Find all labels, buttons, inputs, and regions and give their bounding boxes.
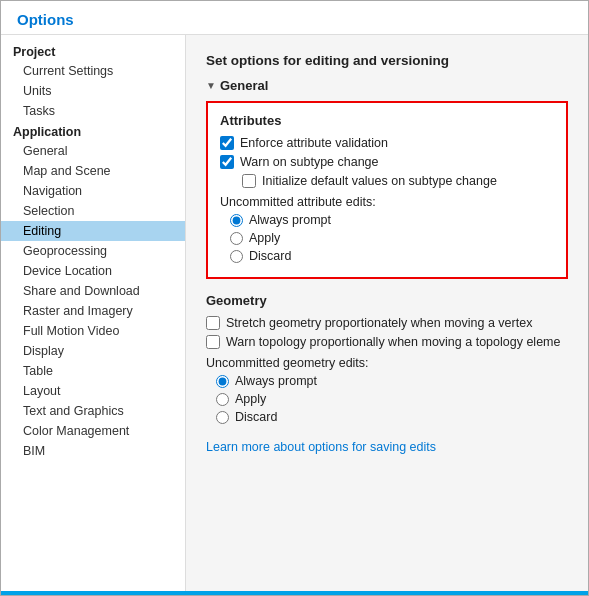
content-area: Project Current Settings Units Tasks App… [1,35,588,591]
checkbox-enforce-validation: Enforce attribute validation [220,136,554,150]
sidebar-group-application: Application [1,121,185,141]
geometry-section: Geometry Stretch geometry proportionatel… [206,293,568,424]
title-bar: Options [1,1,588,35]
geom-always-prompt-radio[interactable] [216,375,229,388]
learn-more-link[interactable]: Learn more about options for saving edit… [206,440,436,454]
sidebar-item-raster-and-imagery[interactable]: Raster and Imagery [1,301,185,321]
sidebar-item-editing[interactable]: Editing [1,221,185,241]
attributes-title: Attributes [220,113,554,128]
sidebar-item-current-settings[interactable]: Current Settings [1,61,185,81]
initialize-defaults-label: Initialize default values on subtype cha… [262,174,497,188]
enforce-validation-label: Enforce attribute validation [240,136,388,150]
uncommitted-geom-label: Uncommitted geometry edits: [206,356,568,370]
geom-discard-label: Discard [235,410,277,424]
uncommitted-attr-label: Uncommitted attribute edits: [220,195,554,209]
sidebar-item-bim[interactable]: BIM [1,441,185,461]
geom-discard-radio[interactable] [216,411,229,424]
options-window: Options Project Current Settings Units T… [0,0,589,596]
warn-subtype-label: Warn on subtype change [240,155,379,169]
geom-apply-label: Apply [235,392,266,406]
stretch-geometry-checkbox[interactable] [206,316,220,330]
sidebar-item-general[interactable]: General [1,141,185,161]
checkbox-initialize-defaults: Initialize default values on subtype cha… [242,174,554,188]
checkbox-warn-subtype: Warn on subtype change [220,155,554,169]
stretch-geometry-label: Stretch geometry proportionately when mo… [226,316,532,330]
warn-topology-checkbox[interactable] [206,335,220,349]
geom-always-prompt-label: Always prompt [235,374,317,388]
sidebar-item-display[interactable]: Display [1,341,185,361]
attr-radio-discard: Discard [230,249,554,263]
geom-apply-radio[interactable] [216,393,229,406]
attr-apply-label: Apply [249,231,280,245]
attr-radio-apply: Apply [230,231,554,245]
enforce-validation-checkbox[interactable] [220,136,234,150]
sidebar-item-layout[interactable]: Layout [1,381,185,401]
attr-always-prompt-radio[interactable] [230,214,243,227]
attributes-box: Attributes Enforce attribute validation … [206,101,568,279]
sidebar-group-project: Project [1,41,185,61]
geom-radio-apply: Apply [216,392,568,406]
initialize-defaults-checkbox[interactable] [242,174,256,188]
general-header[interactable]: ▼ General [206,78,568,93]
section-heading: Set options for editing and versioning [206,53,568,68]
sidebar-item-text-and-graphics[interactable]: Text and Graphics [1,401,185,421]
collapse-arrow-icon: ▼ [206,80,216,91]
general-label: General [220,78,268,93]
geometry-title: Geometry [206,293,568,308]
bottom-accent-bar [1,591,588,595]
geom-radio-discard: Discard [216,410,568,424]
sidebar-item-full-motion-video[interactable]: Full Motion Video [1,321,185,341]
sidebar-item-device-location[interactable]: Device Location [1,261,185,281]
sidebar: Project Current Settings Units Tasks App… [1,35,186,591]
attr-discard-label: Discard [249,249,291,263]
checkbox-warn-topology: Warn topology proportionally when moving… [206,335,568,349]
sidebar-item-share-and-download[interactable]: Share and Download [1,281,185,301]
checkbox-stretch-geometry: Stretch geometry proportionately when mo… [206,316,568,330]
warn-topology-label: Warn topology proportionally when moving… [226,335,560,349]
sidebar-item-units[interactable]: Units [1,81,185,101]
window-title: Options [17,11,572,28]
attr-apply-radio[interactable] [230,232,243,245]
sidebar-item-selection[interactable]: Selection [1,201,185,221]
sidebar-item-table[interactable]: Table [1,361,185,381]
warn-subtype-checkbox[interactable] [220,155,234,169]
attr-always-prompt-label: Always prompt [249,213,331,227]
sidebar-item-tasks[interactable]: Tasks [1,101,185,121]
sidebar-item-geoprocessing[interactable]: Geoprocessing [1,241,185,261]
main-panel: Set options for editing and versioning ▼… [186,35,588,591]
sidebar-item-map-and-scene[interactable]: Map and Scene [1,161,185,181]
geom-radio-always-prompt: Always prompt [216,374,568,388]
attr-discard-radio[interactable] [230,250,243,263]
attr-radio-always-prompt: Always prompt [230,213,554,227]
sidebar-item-color-management[interactable]: Color Management [1,421,185,441]
sidebar-item-navigation[interactable]: Navigation [1,181,185,201]
